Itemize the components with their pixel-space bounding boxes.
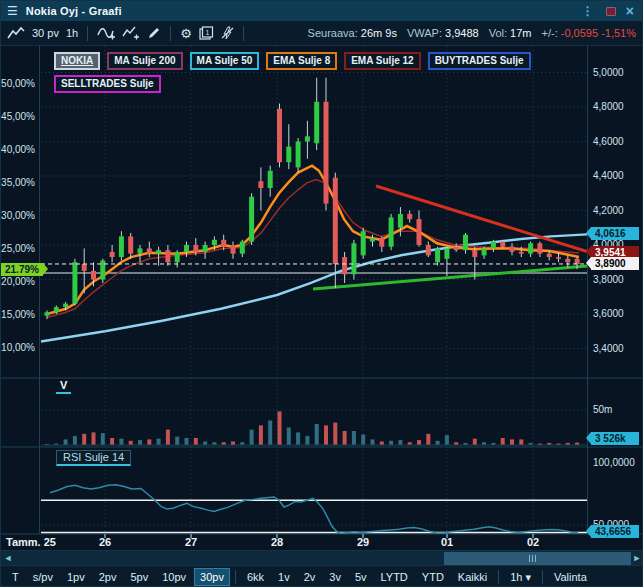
volume-label: Vol: <box>489 27 507 39</box>
x-axis-day-label: Tamm. 25 <box>6 536 56 548</box>
ma50-value-badge: 4,0616 <box>591 227 639 240</box>
window-title: Nokia Oyj - Graafi <box>26 5 122 17</box>
range-2pv[interactable]: 2pv <box>93 568 123 586</box>
layout-template-icon[interactable]: 1 <box>199 26 214 40</box>
toolbar-divider <box>542 570 543 584</box>
right-axis-price-label: 4,2000 <box>593 205 624 216</box>
legend-nokia[interactable]: NOKIA <box>54 52 100 70</box>
chart-canvas[interactable] <box>1 46 643 550</box>
right-axis-price-label: 4,4000 <box>593 170 624 181</box>
next-candle-value: 26m 9s <box>361 27 397 39</box>
popout-window-icon[interactable] <box>606 7 616 16</box>
right-axis-price-label: 3,4000 <box>593 343 624 354</box>
period-button[interactable]: 30 pv <box>32 27 59 39</box>
interval-dropdown[interactable]: 1h▾ <box>504 568 537 587</box>
vwap-value: 3,9488 <box>445 27 479 39</box>
range-1pv[interactable]: 1pv <box>61 568 91 586</box>
indicator-legend: NOKIA MA Sulje 200 MA Sulje 50 EMA Sulje… <box>54 52 594 93</box>
scroll-right-icon[interactable]: ► <box>630 551 643 566</box>
range-toolbar: T s/pv 1pv 2pv 5pv 10pv 30pv 6kk 1v 2v 3… <box>1 565 643 587</box>
legend-ma-200[interactable]: MA Sulje 200 <box>107 52 182 70</box>
toolbar-divider <box>235 570 236 584</box>
range-lytd[interactable]: LYTD <box>375 568 414 586</box>
title-bar: ☰ Nokia Oyj - Graafi ⋮ × <box>1 1 642 21</box>
legend-selltrades[interactable]: SELLTRADES Sulje <box>54 75 161 93</box>
add-indicator-icon[interactable] <box>97 25 115 41</box>
left-axis-percent-label: 45,00% <box>1 111 35 122</box>
chart-toolbar: 30 pv 1h ⚙ 1 Seuraava: 26m 9s VWAP: 3,94… <box>1 21 642 46</box>
toolbar-divider <box>87 26 88 41</box>
range-1v[interactable]: 1v <box>272 568 296 586</box>
svg-text:1: 1 <box>205 29 209 36</box>
range-2v[interactable]: 2v <box>298 568 322 586</box>
interval-button[interactable]: 1h <box>66 27 78 39</box>
x-axis-day-label: 27 <box>185 536 197 548</box>
last-price-badge: 3,8900 <box>591 257 639 270</box>
change-label: +/-: <box>542 27 558 39</box>
left-axis-percent-label: 10,00% <box>1 342 35 353</box>
more-options-icon[interactable]: ⋮ <box>578 4 598 18</box>
legend-buytrades[interactable]: BUYTRADES Sulje <box>428 52 531 70</box>
toolbar-divider <box>498 570 499 584</box>
x-axis-day-label: 28 <box>271 536 283 548</box>
range-3v[interactable]: 3v <box>323 568 347 586</box>
chart-stage[interactable]: 50,00%45,00%40,00%35,00%30,00%25,00%20,0… <box>1 46 643 550</box>
range-5v[interactable]: 5v <box>349 568 373 586</box>
chart-type-icon[interactable] <box>7 26 25 40</box>
left-axis-percent-label: 15,00% <box>1 309 35 320</box>
volume-panel-label[interactable]: V <box>56 379 71 394</box>
trading-app-window: ☰ Nokia Oyj - Graafi ⋮ × 30 pv 1h ⚙ 1 <box>0 0 643 587</box>
close-icon[interactable]: × <box>624 3 636 19</box>
left-axis-percent-label: 25,00% <box>1 243 35 254</box>
rsi-axis-label: 100,0000 <box>593 457 635 468</box>
range-s-pv[interactable]: s/pv <box>27 568 59 586</box>
next-candle-label: Seuraava: <box>308 27 358 39</box>
right-axis-price-label: 4,6000 <box>593 136 624 147</box>
scrollbar-thumb[interactable] <box>444 552 631 565</box>
right-axis-price-label: 4,8000 <box>593 101 624 112</box>
range-30pv-selected[interactable]: 30pv <box>194 568 230 586</box>
left-axis-percent-label: 50,00% <box>1 78 35 89</box>
draw-pencil-icon[interactable] <box>147 26 161 40</box>
range-kaikki[interactable]: Kaikki <box>452 568 493 586</box>
x-axis-day-label: 29 <box>357 536 369 548</box>
rsi-value-badge: 43,6656 <box>591 525 639 538</box>
left-axis-percent-label: 35,00% <box>1 177 35 188</box>
range-t[interactable]: T <box>6 568 25 586</box>
toolbar-divider <box>170 26 171 41</box>
x-axis-day-label: 01 <box>441 536 453 548</box>
legend-ema-8[interactable]: EMA Sulje 8 <box>266 52 337 70</box>
right-axis-price-label: 3,6000 <box>593 308 624 319</box>
x-axis-day-label: 26 <box>99 536 111 548</box>
rsi-panel-label[interactable]: RSI Sulje 14 <box>56 450 131 466</box>
right-axis-price-label: 5,0000 <box>593 67 624 78</box>
scrollbar-grip <box>532 555 533 562</box>
change-pct-value: -1,51% <box>601 27 636 39</box>
vwap-label: VWAP: <box>407 27 442 39</box>
range-ytd[interactable]: YTD <box>416 568 450 586</box>
volume-value-badge: 3 526k <box>591 432 639 445</box>
add-study-icon[interactable] <box>122 25 140 41</box>
horizontal-scrollbar[interactable]: ◄ ► <box>1 550 643 565</box>
change-abs-value: -0,0595 <box>561 27 598 39</box>
range-5pv[interactable]: 5pv <box>124 568 154 586</box>
selection-button[interactable]: Valinta <box>548 568 593 586</box>
x-axis-day-label: 02 <box>527 536 539 548</box>
range-6kk[interactable]: 6kk <box>241 568 270 586</box>
flash-off-icon[interactable] <box>221 26 234 40</box>
volume-value: 17m <box>510 27 531 39</box>
volume-axis-label: 50m <box>593 404 612 415</box>
left-axis-percent-label: 30,00% <box>1 210 35 221</box>
toolbar-divider <box>243 26 244 41</box>
chevron-down-icon: ▾ <box>525 571 531 584</box>
percent-change-badge: 21.79% <box>1 263 43 276</box>
scroll-left-icon[interactable]: ◄ <box>1 551 15 566</box>
range-10pv[interactable]: 10pv <box>156 568 192 586</box>
toolbar-stats: Seuraava: 26m 9s VWAP: 3,9488 Vol: 17m +… <box>308 27 636 39</box>
hamburger-menu-icon[interactable]: ☰ <box>7 5 18 17</box>
left-axis-percent-label: 40,00% <box>1 144 35 155</box>
legend-ma-50[interactable]: MA Sulje 50 <box>190 52 260 70</box>
right-axis-price-label: 3,8000 <box>593 274 624 285</box>
settings-gear-icon[interactable]: ⚙ <box>180 26 192 41</box>
legend-ema-12[interactable]: EMA Sulje 12 <box>344 52 420 70</box>
